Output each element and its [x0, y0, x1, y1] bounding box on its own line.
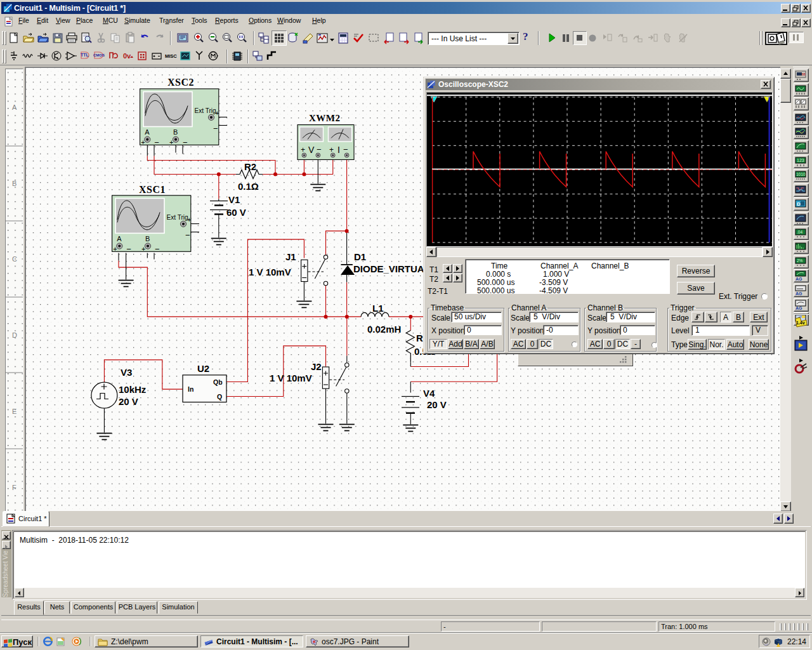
svg-text:A: A [117, 235, 122, 242]
svg-text:−: − [183, 138, 188, 147]
svg-text:AG: AG [796, 277, 802, 281]
svg-text:C: C [12, 255, 17, 263]
svg-text:A: A [12, 103, 17, 111]
svg-text:XSC2: XSC2 [167, 77, 194, 88]
svg-text:−: − [155, 244, 160, 254]
svg-text:In: In [188, 385, 193, 393]
svg-text:L1: L1 [372, 303, 384, 314]
svg-text:V4: V4 [423, 388, 435, 399]
svg-text:D1: D1 [354, 251, 366, 262]
svg-text:B: B [173, 128, 178, 136]
svg-text:0.1Ω: 0.1Ω [238, 181, 259, 192]
svg-text:−: − [154, 138, 159, 147]
svg-text:−: − [343, 145, 348, 154]
svg-text:+: + [215, 109, 219, 117]
svg-text:123: 123 [797, 158, 804, 162]
svg-text:20 V: 20 V [119, 396, 138, 407]
svg-text:+: + [301, 145, 305, 154]
svg-text:V1: V1 [228, 194, 240, 205]
svg-text:A: A [145, 128, 150, 136]
svg-text:+: + [141, 245, 145, 253]
svg-text:60 V: 60 V [226, 207, 246, 218]
svg-text:B: B [12, 180, 16, 187]
svg-text:0.02mH: 0.02mH [367, 324, 401, 335]
svg-text:B: B [145, 235, 150, 242]
svg-text:1 V 10mV: 1 V 10mV [249, 267, 291, 277]
svg-text:+: + [329, 145, 334, 154]
svg-text:1.4v: 1.4v [796, 321, 805, 325]
svg-text:−: − [213, 124, 218, 133]
svg-text:2%: 2% [797, 258, 803, 263]
svg-text:E: E [12, 408, 16, 415]
svg-text:F: F [12, 484, 16, 491]
svg-text:−: − [126, 244, 131, 254]
svg-text:DIODE_VIRTUAL: DIODE_VIRTUAL [353, 263, 430, 274]
svg-text:I: I [337, 145, 340, 155]
svg-text:J1: J1 [285, 251, 296, 262]
svg-text:U2: U2 [197, 363, 209, 374]
svg-text:20 V: 20 V [427, 399, 447, 410]
svg-text:+: + [113, 245, 117, 253]
svg-text:88: 88 [802, 72, 806, 76]
svg-text:D: D [12, 331, 17, 339]
svg-text:V: V [308, 145, 315, 155]
svg-text:Ext Trig.: Ext Trig. [167, 214, 190, 221]
svg-text:V3: V3 [121, 367, 132, 378]
svg-text:Qb: Qb [213, 378, 223, 386]
svg-text:Q: Q [217, 393, 222, 401]
svg-text:+: + [169, 138, 173, 146]
svg-text:−: − [317, 145, 322, 154]
svg-text:+: + [187, 216, 191, 223]
svg-text:R2: R2 [244, 161, 256, 172]
svg-text:XSC1: XSC1 [139, 184, 166, 195]
svg-text:10kHz: 10kHz [119, 384, 146, 395]
svg-text:D: D [797, 201, 801, 207]
svg-text:1 V 10mV: 1 V 10mV [270, 373, 312, 383]
svg-text:AG: AG [796, 306, 802, 310]
svg-text:.04: .04 [797, 230, 802, 234]
svg-text:Ext Trig.: Ext Trig. [195, 107, 218, 114]
svg-text:+: + [141, 138, 145, 146]
svg-text:−: − [185, 230, 190, 240]
svg-text:1010: 1010 [796, 172, 806, 176]
svg-text:J2: J2 [311, 361, 322, 372]
svg-text:AG: AG [796, 291, 802, 296]
svg-text:XWM2: XWM2 [309, 113, 341, 123]
